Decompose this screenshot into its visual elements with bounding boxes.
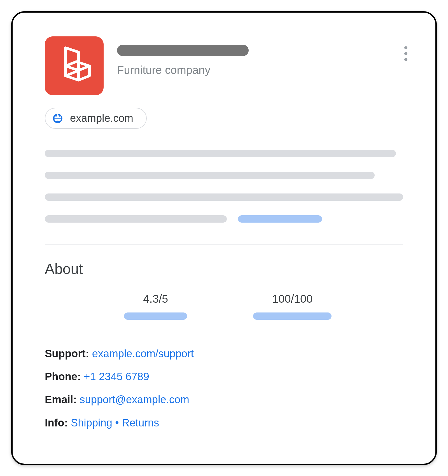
email-link[interactable]: support@example.com (80, 394, 189, 405)
phone-label: Phone: (45, 371, 81, 382)
dot-icon (404, 52, 407, 55)
returns-link[interactable]: Returns (122, 417, 159, 429)
dot-icon (404, 46, 407, 49)
website-text: example.com (70, 112, 133, 124)
link-placeholder[interactable] (238, 215, 322, 223)
stat-label-placeholder (253, 312, 332, 320)
website-chip[interactable]: example.com (45, 108, 147, 129)
title-placeholder (117, 45, 249, 56)
svg-line-0 (66, 48, 79, 52)
phone-link[interactable]: +1 2345 6789 (84, 371, 149, 382)
support-row: Support: example.com/support (45, 344, 403, 364)
svg-line-2 (66, 71, 76, 76)
text-line-placeholder (45, 193, 403, 201)
stat-label-placeholder (124, 312, 187, 320)
info-row: Info: Shipping • Returns (45, 413, 403, 433)
globe-icon (52, 113, 63, 124)
info-separator: • (112, 417, 122, 429)
company-logo (45, 36, 104, 95)
rating-stat: 4.3/5 (88, 293, 224, 320)
about-heading: About (45, 260, 403, 277)
info-label: Info: (45, 417, 68, 429)
chair-icon (56, 45, 92, 87)
rating-value: 4.3/5 (143, 293, 168, 305)
score-stat: 100/100 (224, 293, 360, 320)
dot-icon (404, 58, 407, 61)
description-placeholder (45, 150, 403, 223)
text-line-placeholder (45, 150, 396, 157)
email-row: Email: support@example.com (45, 389, 403, 410)
text-line-placeholder (45, 215, 227, 223)
email-label: Email: (45, 394, 77, 405)
support-link[interactable]: example.com/support (92, 348, 194, 360)
phone-row: Phone: +1 2345 6789 (45, 367, 403, 387)
section-divider (45, 244, 403, 245)
more-options-button[interactable] (404, 46, 407, 61)
company-category: Furniture company (117, 64, 403, 76)
knowledge-card: Furniture company example.com About 4.3/… (11, 11, 437, 465)
title-block: Furniture company (117, 36, 403, 76)
text-line-placeholder (45, 172, 375, 179)
shipping-link[interactable]: Shipping (71, 417, 112, 429)
stats-row: 4.3/5 100/100 (45, 293, 403, 320)
score-value: 100/100 (272, 293, 313, 305)
contact-section: Support: example.com/support Phone: +1 2… (45, 344, 403, 433)
support-label: Support: (45, 348, 89, 360)
card-header: Furniture company (45, 36, 403, 95)
